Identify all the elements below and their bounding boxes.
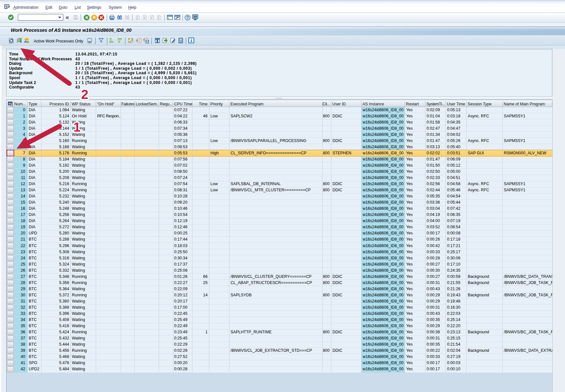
svg-text:2: 2: [81, 87, 88, 101]
svg-text:1: 1: [73, 120, 80, 134]
